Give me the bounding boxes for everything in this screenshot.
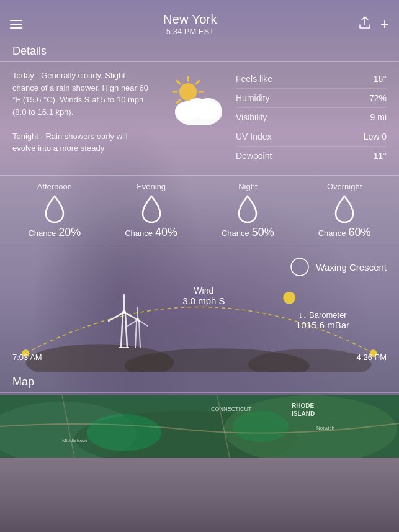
svg-text:CONNECTICUT: CONNECTICUT [211,406,252,412]
details-section-header: Details [0,41,399,62]
rain-drop-icon [236,194,259,223]
header-title-group: New York 5:34 PM EST [22,12,358,36]
wind-value: 3.0 mph S [182,295,225,306]
city-name: New York [22,12,358,27]
svg-line-20 [121,313,123,348]
humidity-row: Humidity 72% [236,89,387,108]
uv-value: Low 0 [364,132,387,142]
rain-drop-icon [333,194,356,223]
uv-label: UV Index [236,132,272,142]
visibility-value: 9 mi [370,112,387,122]
svg-text:Middletown: Middletown [62,438,87,443]
rain-drop-icon [140,194,163,223]
svg-text:RHODE: RHODE [292,402,314,409]
app-header: New York 5:34 PM EST + [0,0,399,41]
humidity-value: 72% [369,93,387,103]
sunset-time: 4:26 PM [357,353,387,362]
weather-icon [155,70,230,125]
svg-point-26 [122,310,126,314]
add-button[interactable]: + [380,17,389,32]
sunrise-time: 7:03 AM [12,353,42,362]
feels-like-row: Feels like 16° [236,70,387,89]
feels-like-label: Feels like [236,74,272,84]
svg-point-16 [283,292,295,304]
map-preview[interactable]: RHODE ISLAND CONNECTICUT Norwich Middlet… [0,395,399,458]
dewpoint-row: Dewpoint 11° [236,147,387,165]
svg-line-21 [125,313,127,348]
svg-text:Norwich: Norwich [316,425,334,431]
humidity-label: Humidity [236,93,269,103]
barometer-info: ↓↓ Barometer 1015.6 mBar [296,310,349,330]
precipitation-section: Afternoon Chance 20% Evening Chance 40% [0,175,399,245]
share-button[interactable] [358,16,372,33]
svg-point-42 [87,414,161,451]
sun-arc-section: Waxing Crescent [0,248,399,372]
today-description: Today - Generally cloudy. Slight chance … [12,71,148,117]
dewpoint-value: 11° [374,151,387,161]
precip-evening: Evening Chance 40% [125,182,177,239]
visibility-row: Visibility 9 mi [236,108,387,127]
map-section-header: Map [0,372,399,393]
barometer-label: ↓↓ Barometer [296,310,349,320]
barometer-value: 1015.6 mBar [296,320,349,330]
dewpoint-label: Dewpoint [236,151,272,161]
map-section: Map RHODE ISLAND CONNECTICUT Norwich Mid… [0,372,399,458]
windmill-icon [105,289,149,353]
weather-stats: Feels like 16° Humidity 72% Visibility 9… [236,70,387,165]
current-time: 5:34 PM EST [22,27,358,36]
precip-night: Night Chance 50% [222,182,274,239]
sun-cloud-svg [158,70,226,125]
precip-overnight: Overnight Chance 60% [318,182,371,239]
svg-line-8 [177,100,180,103]
svg-point-32 [137,318,140,322]
weather-description: Today - Generally cloudy. Slight chance … [12,70,149,155]
map-label: Map [12,376,34,388]
svg-line-28 [139,321,140,348]
precip-afternoon: Afternoon Chance 20% [28,182,81,239]
menu-button[interactable] [10,20,22,29]
svg-line-5 [177,81,180,84]
svg-line-27 [135,321,137,348]
wind-label: Wind [182,286,225,295]
svg-point-12 [186,98,208,115]
details-label: Details [12,45,47,57]
svg-line-7 [196,81,199,84]
map-svg: RHODE ISLAND CONNECTICUT Norwich Middlet… [0,395,399,458]
uv-row: UV Index Low 0 [236,127,387,147]
precipitation-row: Afternoon Chance 20% Evening Chance 40% [0,182,399,239]
wind-info: Wind 3.0 mph S [182,286,225,306]
visibility-label: Visibility [236,112,267,122]
svg-point-0 [179,83,197,101]
tonight-description: Tonight - Rain showers early will evolve… [12,132,128,153]
svg-point-43 [233,411,289,442]
svg-text:ISLAND: ISLAND [292,410,315,417]
rain-drop-icon [43,194,66,223]
feels-like-value: 16° [374,74,387,84]
details-section: Today - Generally cloudy. Slight chance … [0,62,399,173]
